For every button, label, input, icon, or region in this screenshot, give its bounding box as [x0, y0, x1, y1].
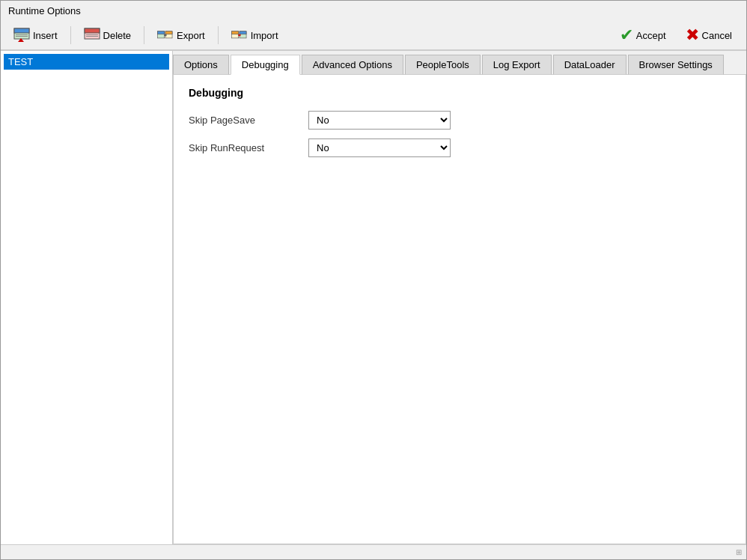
import-button[interactable]: Import: [225, 25, 285, 46]
tab-log-export[interactable]: Log Export: [482, 55, 552, 75]
svg-rect-1: [14, 28, 29, 33]
svg-rect-15: [231, 31, 238, 34]
tab-debugging-label: Debugging: [242, 59, 289, 70]
resize-handle: ⊞: [736, 548, 742, 556]
skip-runrequest-row: Skip RunRequest No Yes: [189, 139, 731, 157]
tab-options-label: Options: [184, 59, 218, 70]
svg-rect-2: [16, 34, 28, 35]
import-label: Import: [251, 30, 278, 41]
svg-rect-12: [165, 31, 172, 34]
tabs: Options Debugging Advanced Options Peopl…: [173, 51, 746, 75]
delete-label: Delete: [103, 30, 132, 41]
accept-label: Accept: [636, 30, 666, 41]
svg-rect-6: [85, 28, 100, 33]
tab-browser-settings-label: Browser Settings: [639, 59, 713, 70]
skip-pagesave-select[interactable]: No Yes: [308, 111, 451, 130]
import-icon: [231, 28, 248, 43]
skip-pagesave-label: Skip PageSave: [189, 115, 308, 126]
xmark-icon: ✖: [686, 27, 699, 43]
insert-icon: [13, 28, 30, 43]
main-panel: Options Debugging Advanced Options Peopl…: [173, 50, 746, 544]
skip-runrequest-label: Skip RunRequest: [189, 142, 308, 153]
insert-button[interactable]: Insert: [7, 25, 64, 46]
separator-3: [218, 26, 219, 44]
content-area: TEST Options Debugging Advanced Options …: [1, 50, 746, 544]
svg-rect-10: [158, 31, 165, 34]
sidebar-item-test[interactable]: TEST: [4, 54, 169, 70]
tab-dataloader-label: DataLoader: [564, 59, 615, 70]
delete-icon: [84, 28, 100, 43]
debugging-title: Debugging: [189, 87, 731, 99]
accept-button[interactable]: ✔ Accept: [612, 24, 674, 46]
tab-advanced-options[interactable]: Advanced Options: [302, 55, 403, 75]
separator-2: [144, 26, 144, 44]
tab-advanced-options-label: Advanced Options: [313, 59, 392, 70]
window-title: Runtime Options: [8, 5, 81, 16]
tab-peopletools-label: PeopleTools: [416, 59, 469, 70]
checkmark-icon: ✔: [620, 27, 633, 43]
tab-dataloader[interactable]: DataLoader: [553, 55, 626, 75]
cancel-label: Cancel: [702, 30, 732, 41]
tab-options[interactable]: Options: [173, 55, 229, 75]
tab-browser-settings[interactable]: Browser Settings: [628, 55, 724, 75]
tab-log-export-label: Log Export: [493, 59, 540, 70]
export-icon: [157, 28, 174, 43]
sidebar: TEST: [1, 50, 173, 544]
insert-label: Insert: [33, 30, 58, 41]
status-bar: ⊞: [1, 544, 746, 559]
title-bar: Runtime Options: [1, 1, 746, 21]
tab-debugging[interactable]: Debugging: [231, 55, 300, 75]
tab-peopletools[interactable]: PeopleTools: [405, 55, 481, 75]
delete-button[interactable]: Delete: [77, 25, 138, 46]
svg-rect-17: [240, 31, 246, 34]
svg-rect-8: [86, 36, 98, 37]
toolbar-right: ✔ Accept ✖ Cancel: [612, 24, 740, 46]
export-button[interactable]: Export: [150, 25, 212, 46]
tab-content-debugging: Debugging Skip PageSave No Yes Skip RunR…: [173, 75, 746, 544]
export-label: Export: [177, 30, 205, 41]
svg-rect-3: [16, 36, 28, 37]
svg-rect-7: [86, 34, 98, 35]
toolbar: Insert Delete: [1, 21, 746, 50]
skip-runrequest-select[interactable]: No Yes: [308, 139, 451, 157]
cancel-button[interactable]: ✖ Cancel: [677, 24, 740, 46]
main-window: Runtime Options Insert: [0, 0, 747, 560]
skip-pagesave-row: Skip PageSave No Yes: [189, 111, 731, 130]
separator-1: [70, 26, 71, 44]
toolbar-left: Insert Delete: [7, 25, 609, 46]
sidebar-item-label: TEST: [8, 56, 33, 67]
